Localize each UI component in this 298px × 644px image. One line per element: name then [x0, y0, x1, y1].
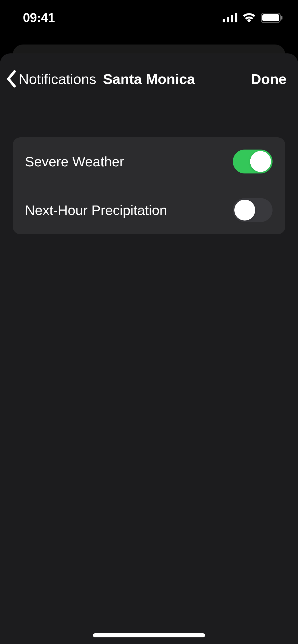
toggle-knob: [234, 200, 255, 221]
toggle-severe-weather[interactable]: [233, 150, 273, 173]
setting-row-severe-weather: Severe Weather: [13, 137, 285, 186]
setting-label: Severe Weather: [25, 154, 124, 169]
done-button[interactable]: Done: [251, 71, 287, 87]
back-label: Notifications: [19, 71, 96, 87]
settings-list: Severe Weather Next-Hour Precipitation: [13, 137, 285, 234]
svg-rect-0: [223, 19, 225, 22]
home-indicator-area: [0, 633, 298, 637]
svg-rect-5: [262, 14, 279, 21]
back-button[interactable]: Notifications: [6, 70, 96, 88]
svg-rect-2: [231, 15, 233, 22]
chevron-left-icon: [6, 70, 17, 88]
navigation-bar: Notifications Santa Monica Done: [0, 53, 298, 104]
setting-row-next-hour-precipitation: Next-Hour Precipitation: [13, 186, 285, 234]
page-title: Santa Monica: [103, 71, 195, 87]
status-bar: 09:41: [0, 0, 298, 36]
setting-label: Next-Hour Precipitation: [25, 202, 167, 218]
status-time: 09:41: [23, 10, 55, 25]
battery-icon: [261, 13, 283, 23]
content: Severe Weather Next-Hour Precipitation: [0, 104, 298, 234]
svg-rect-3: [235, 13, 237, 22]
cellular-signal-icon: [223, 13, 237, 22]
svg-rect-6: [281, 16, 282, 20]
wifi-icon: [242, 13, 256, 23]
settings-sheet: Notifications Santa Monica Done Severe W…: [0, 53, 298, 644]
home-indicator[interactable]: [93, 633, 205, 637]
svg-rect-1: [227, 17, 229, 22]
status-indicators: [223, 13, 283, 23]
toggle-knob: [250, 151, 271, 172]
toggle-next-hour-precipitation[interactable]: [233, 198, 273, 222]
